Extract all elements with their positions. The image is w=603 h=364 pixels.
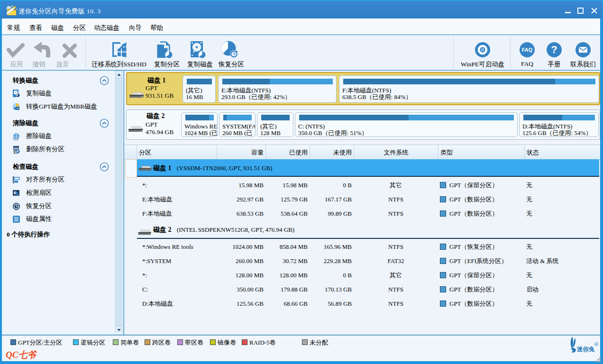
svg-text:?: ? — [551, 44, 557, 55]
svg-text:迷你兔: 迷你兔 — [576, 346, 595, 353]
svg-text:FAQ: FAQ — [522, 47, 533, 53]
